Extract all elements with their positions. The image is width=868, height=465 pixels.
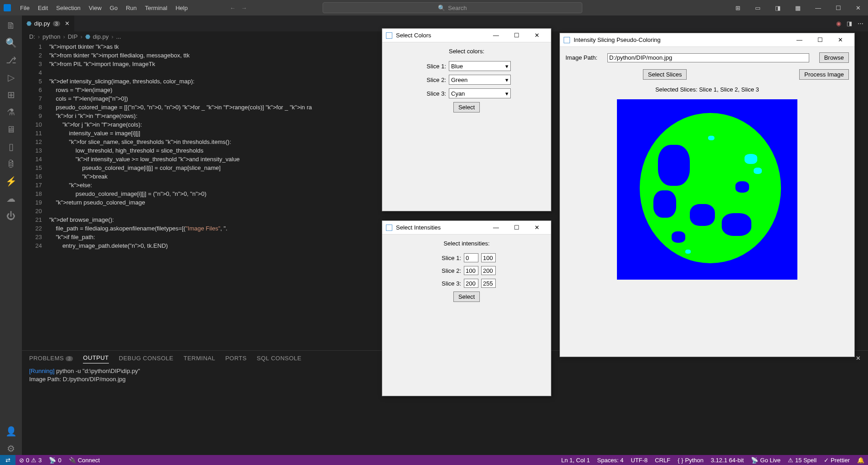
window-intensity-slicing: Intensity Slicing Pseudo-Coloring — ☐ ✕ … <box>560 33 855 357</box>
search-input[interactable]: 🔍 Search <box>323 2 582 13</box>
project-icon[interactable]: ☁ <box>5 192 17 205</box>
slice1-label: Slice 1: <box>422 63 446 70</box>
window-min-icon[interactable]: — <box>789 34 810 46</box>
editor-split-icon[interactable]: ◨ <box>847 20 852 27</box>
remote-button[interactable]: ⇄ <box>0 455 15 465</box>
menu-view[interactable]: View <box>85 3 105 13</box>
panel-terminal[interactable]: TERMINAL <box>184 353 216 363</box>
menu-help[interactable]: Help <box>172 3 191 13</box>
window-close-icon[interactable]: ✕ <box>527 29 547 42</box>
window-titlebar[interactable]: Intensity Slicing Pseudo-Coloring — ☐ ✕ <box>560 33 854 47</box>
settings-gear-icon[interactable]: ⚙ <box>5 442 17 455</box>
slice2-combo[interactable]: Green▾ <box>449 75 511 85</box>
status-errors[interactable]: ⊘0 ⚠3 <box>15 457 45 464</box>
breadcrumb-seg[interactable]: ... <box>116 33 121 40</box>
status-bell-icon[interactable]: 🔔 <box>853 457 868 464</box>
status-cursor[interactable]: Ln 1, Col 1 <box>558 457 594 464</box>
tk-icon <box>564 37 570 43</box>
status-version[interactable]: 3.12.1 64-bit <box>707 457 747 464</box>
slice2-high-input[interactable] <box>481 266 496 275</box>
breadcrumb-seg[interactable]: D: <box>29 33 35 40</box>
int-slice1-label: Slice 1: <box>437 255 461 261</box>
menu-terminal[interactable]: Terminal <box>141 3 171 13</box>
editor-toggle-icon[interactable]: ◉ <box>836 20 841 27</box>
status-encoding[interactable]: UTF-8 <box>627 457 651 464</box>
status-connect[interactable]: 🔌Connect <box>65 457 103 464</box>
check-icon: ✓ <box>824 457 829 464</box>
process-image-button[interactable]: Process Image <box>799 69 849 80</box>
panel-sql[interactable]: SQL CONSOLE <box>257 353 301 363</box>
search-panel-icon[interactable]: 🔍 <box>5 36 17 49</box>
window-max-icon[interactable]: ☐ <box>506 29 527 42</box>
source-control-icon[interactable]: ⎇ <box>5 54 17 66</box>
error-icon: ⊘ <box>19 457 24 464</box>
layout-editor-icon[interactable]: ⊞ <box>732 3 744 13</box>
window-titlebar[interactable]: Select Colors — ☐ ✕ <box>382 29 551 42</box>
panel-debug[interactable]: DEBUG CONSOLE <box>119 353 174 363</box>
slice2-low-input[interactable] <box>464 266 478 275</box>
database-icon[interactable]: 🛢 <box>5 158 17 170</box>
editor-more-icon[interactable]: ⋯ <box>858 20 863 27</box>
slice1-low-input[interactable] <box>464 253 478 262</box>
select-intensities-button[interactable]: Select <box>453 291 480 302</box>
power-icon[interactable]: ⏻ <box>5 210 17 222</box>
tab-dip-py[interactable]: ⬣ dip.py 3 ✕ <box>22 15 75 31</box>
window-close-icon[interactable]: ✕ <box>852 3 864 13</box>
status-ports[interactable]: 📡0 <box>45 457 65 464</box>
menu-go[interactable]: Go <box>106 3 121 13</box>
tab-close-icon[interactable]: ✕ <box>65 20 70 27</box>
status-golive[interactable]: 📡Go Live <box>747 457 784 464</box>
breadcrumb-seg[interactable]: DIP <box>68 33 78 40</box>
select-slices-button[interactable]: Select Slices <box>643 69 687 80</box>
nav-forward-icon[interactable]: → <box>241 5 247 11</box>
layout-customize-icon[interactable]: ▦ <box>791 3 804 13</box>
slice1-high-input[interactable] <box>481 253 496 262</box>
thunder-icon[interactable]: ⚡ <box>5 175 17 188</box>
breadcrumb-seg[interactable]: dip.py <box>93 33 109 40</box>
window-min-icon[interactable]: — <box>486 29 506 42</box>
select-colors-button[interactable]: Select <box>453 102 480 112</box>
line-gutter: 123456789101112131415161718192021222324 <box>22 41 49 350</box>
window-max-icon[interactable]: ☐ <box>810 34 830 46</box>
window-titlebar[interactable]: Select Intensities — ☐ ✕ <box>382 221 551 235</box>
activity-bar: 🗎 🔍 ⎇ ▷ ⊞ ⚗ 🖥 ▯ 🛢 ⚡ ☁ ⏻ 👤 ⚙ <box>0 15 22 455</box>
window-minimize-icon[interactable]: — <box>812 3 825 13</box>
output-running: [Running] <box>29 368 55 374</box>
window-min-icon[interactable]: — <box>486 221 506 234</box>
nav-back-icon[interactable]: ← <box>230 5 236 11</box>
layout-sidebar-icon[interactable]: ◨ <box>771 3 784 13</box>
remote-explorer-icon[interactable]: 🖥 <box>5 123 17 136</box>
menu-selection[interactable]: Selection <box>52 3 84 13</box>
menu-edit[interactable]: Edit <box>34 3 51 13</box>
device-icon[interactable]: ▯ <box>5 140 17 153</box>
layout-panel-icon[interactable]: ▭ <box>751 3 764 13</box>
image-path-input[interactable] <box>607 53 809 62</box>
testing-icon[interactable]: ⚗ <box>5 106 17 118</box>
window-close-icon[interactable]: ✕ <box>527 221 547 234</box>
explorer-icon[interactable]: 🗎 <box>5 19 17 32</box>
status-lang[interactable]: { } Python <box>674 457 707 464</box>
panel-output[interactable]: OUTPUT <box>83 353 108 363</box>
accounts-icon[interactable]: 👤 <box>5 425 17 438</box>
panel-close-icon[interactable]: ✕ <box>856 355 861 362</box>
extensions-icon[interactable]: ⊞ <box>5 88 17 101</box>
status-eol[interactable]: CRLF <box>651 457 674 464</box>
status-spell[interactable]: ⚠15 Spell <box>784 457 820 464</box>
browse-button[interactable]: Browse <box>819 52 849 63</box>
window-close-icon[interactable]: ✕ <box>830 34 851 46</box>
slice3-combo[interactable]: Cyan▾ <box>449 88 511 98</box>
run-debug-icon[interactable]: ▷ <box>5 71 17 84</box>
breadcrumb-seg[interactable]: python <box>42 33 60 40</box>
slice1-combo[interactable]: Blue▾ <box>449 61 511 71</box>
status-prettier[interactable]: ✓Prettier <box>820 457 853 464</box>
window-max-icon[interactable]: ☐ <box>506 221 527 234</box>
slice3-high-input[interactable] <box>481 279 496 288</box>
colors-header: Select colors: <box>449 48 484 55</box>
panel-ports[interactable]: PORTS <box>225 353 247 363</box>
slice3-low-input[interactable] <box>464 279 478 288</box>
window-maximize-icon[interactable]: ☐ <box>832 3 845 13</box>
menu-file[interactable]: File <box>16 3 33 13</box>
panel-problems[interactable]: PROBLEMS3 <box>29 353 73 363</box>
menu-run[interactable]: Run <box>122 3 140 13</box>
status-spaces[interactable]: Spaces: 4 <box>594 457 627 464</box>
